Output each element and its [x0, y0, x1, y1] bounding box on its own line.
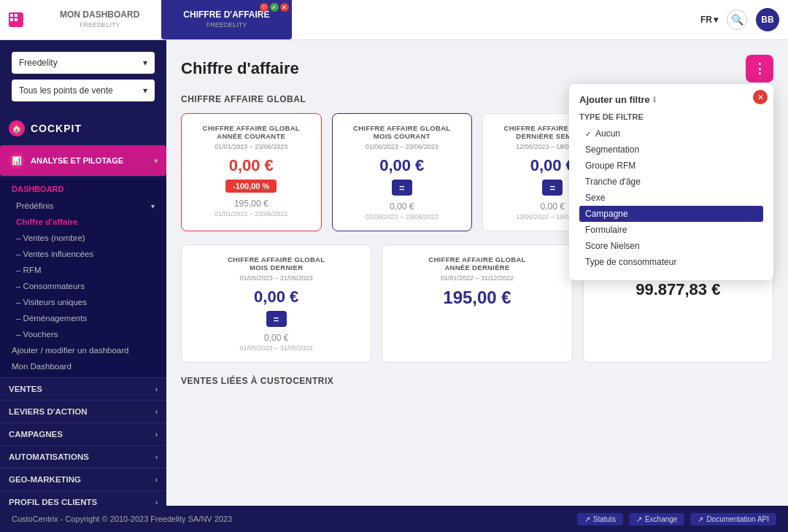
tab-icon-green: ✓ — [270, 3, 279, 12]
chevron-right-icon: › — [155, 453, 158, 461]
sidebar-ventes[interactable]: VENTES › — [0, 377, 166, 400]
mon-dash-label: Mon Dashboard — [12, 362, 72, 371]
sidebar-vouchers[interactable]: – Vouchers — [0, 326, 166, 342]
card1-label: CHIFFRE AFFAIRE GLOBALANNÉE COURANTE — [203, 124, 300, 140]
nav-campagnes-label: CAMPAGNES — [9, 430, 63, 439]
sidebar-automations[interactable]: AUTOMATISATIONS › — [0, 445, 166, 468]
card1-dates: 01/01/2023 – 23/06/2023 — [215, 143, 287, 150]
card-ca-annee-derniere: CHIFFRE AFFAIRE GLOBALANNÉE DERNIÈRE 01/… — [382, 244, 572, 363]
filter-option-segmentation[interactable]: Segmentation — [579, 142, 763, 158]
cockpit-label: cockPIT — [31, 123, 82, 134]
visiteurs-label: – Visiteurs uniques — [16, 298, 87, 307]
filter-option-groupe-rfm[interactable]: Groupe RFM — [579, 158, 763, 174]
filter-option-aucun[interactable]: ✓ Aucun — [579, 126, 763, 142]
sidebar-campagnes[interactable]: CAMPAGNES › — [0, 423, 166, 445]
sidebar-predefinis[interactable]: Prédéfinis ▾ — [0, 198, 166, 214]
ca-label: Chiffre d'affaire — [16, 217, 78, 226]
card3-prev-value: 0,00 € — [541, 201, 565, 212]
card5-dates: 01/05/2023 – 31/05/2023 — [240, 274, 313, 282]
svg-rect-2 — [15, 14, 18, 17]
sidebar-analyse[interactable]: 📊 ANALYSE ET PILOTAGE ▾ — [0, 145, 166, 176]
sidebar-geo[interactable]: GEO-MARKETING › — [0, 468, 166, 490]
chevron-down-icon: ▾ — [714, 15, 718, 25]
ventes-influencees-label: – Ventes influencées — [16, 250, 93, 258]
filter-overlay: ✕ Ajouter un filtre ℹ Type de filtre ✓ A… — [569, 84, 773, 280]
card7-value: 99.877,83 € — [636, 280, 720, 299]
card1-value: 0,00 € — [229, 156, 274, 175]
sidebar-consommateurs[interactable]: – Consommateurs — [0, 278, 166, 294]
card5-label: CHIFFRE AFFAIRE GLOBALMOIS DERNIER — [228, 255, 325, 271]
card1-prev-value: 195,00 € — [234, 198, 269, 209]
chevron-right-icon: › — [155, 498, 158, 506]
card6-label: CHIFFRE AFFAIRE GLOBALANNÉE DERNIÈRE — [428, 255, 525, 271]
tab-ca[interactable]: ♡ ✓ ✕ CHIFFRE D'AFFAIRE FREEDELITY — [161, 0, 291, 39]
sidebar-dropdown-points-vente[interactable]: Tous les points de vente ▾ — [12, 80, 155, 101]
sidebar-demenagements[interactable]: – Déménagements — [0, 310, 166, 326]
card2-prev-value: 0,00 € — [390, 201, 414, 212]
conso-label: – Consommateurs — [16, 282, 85, 290]
filter-close-button[interactable]: ✕ — [753, 90, 768, 104]
sidebar-profil[interactable]: PROFIL DES CLIENTS › — [0, 490, 166, 506]
sidebar-sub-dashboard: DASHBOARD Prédéfinis ▾ Chiffre d'affaire… — [0, 177, 166, 377]
card6-value: 195,00 € — [443, 288, 511, 308]
lang-button[interactable]: FR ▾ — [700, 15, 718, 25]
chevron-down-icon: ▾ — [143, 85, 147, 96]
chevron-down-icon: ▾ — [143, 58, 147, 68]
sidebar-leviers[interactable]: LEVIERS D'ACTION › — [0, 400, 166, 423]
lang-label: FR — [700, 15, 712, 25]
logo-icon[interactable] — [9, 12, 23, 27]
filter-title-text: Ajouter un filtre — [579, 94, 650, 105]
sidebar-dropdown-freedelity[interactable]: Freedelity ▾ — [12, 52, 155, 74]
doc-label: Documentation API — [706, 515, 769, 523]
card-ca-mois-courant: CHIFFRE AFFAIRE GLOBALMOIS COURANT 01/06… — [332, 113, 473, 231]
sidebar-rfm[interactable]: – RFM — [0, 262, 166, 278]
documentation-button[interactable]: ↗ Documentation API — [690, 513, 776, 525]
tab-icon-red: ♡ — [260, 3, 269, 12]
sidebar: Freedelity ▾ Tous les points de vente ▾ … — [0, 40, 166, 506]
page-title: Chiffre d'affaire — [181, 59, 299, 78]
card5-prev-dates: 01/05/2022 – 31/05/2022 — [240, 344, 313, 352]
exchange-icon: ↗ — [636, 515, 642, 523]
sidebar-visiteurs[interactable]: – Visiteurs uniques — [0, 294, 166, 310]
filter-option-type-consommateur[interactable]: Type de consommateur — [579, 254, 763, 270]
bottombar-buttons: ↗ Statuts ↗ Exchange ↗ Documentation API — [577, 513, 776, 525]
filter-options-list: ✓ Aucun Segmentation Groupe RFM Tranche … — [579, 126, 763, 270]
card2-label: CHIFFRE AFFAIRE GLOBALMOIS COURANT — [353, 124, 450, 140]
main-layout: Freedelity ▾ Tous les points de vente ▾ … — [0, 40, 788, 506]
card2-eq: = — [392, 180, 412, 196]
sidebar-ajouter-dashboard[interactable]: Ajouter / modifier un dashboard — [0, 342, 166, 358]
chevron-right-icon: › — [155, 431, 158, 439]
more-options-button[interactable]: ⋮ — [746, 55, 773, 82]
tab-dashboard-label: MON DASHBOARD — [60, 9, 139, 20]
svg-rect-3 — [10, 18, 13, 21]
nav-automations-label: AUTOMATISATIONS — [9, 452, 89, 461]
sidebar-ca[interactable]: Chiffre d'affaire — [0, 214, 166, 230]
sidebar-ventes-influencees[interactable]: – Ventes influencées — [0, 246, 166, 262]
filter-option-score-nielsen[interactable]: Score Nielsen — [579, 238, 763, 254]
analyse-label: ANALYSE ET PILOTAGE — [31, 156, 123, 165]
filter-option-tranche-age[interactable]: Tranche d'âge — [579, 174, 763, 190]
avatar[interactable]: BB — [756, 8, 779, 31]
sidebar-mon-dashboard[interactable]: Mon Dashboard — [0, 358, 166, 374]
search-button[interactable]: 🔍 — [727, 9, 747, 30]
dropdown-points-vente-label: Tous les points de vente — [19, 85, 113, 96]
doc-icon: ↗ — [698, 515, 703, 523]
analyse-icon: 📊 — [9, 153, 25, 169]
sidebar-cockpit[interactable]: 🏠 cockPIT — [0, 113, 166, 144]
check-icon: ✓ — [585, 130, 591, 138]
ajouter-label: Ajouter / modifier un dashboard — [12, 346, 128, 355]
filter-option-sexe[interactable]: Sexe — [579, 190, 763, 206]
nav-leviers-label: LEVIERS D'ACTION — [9, 407, 88, 416]
exchange-button[interactable]: ↗ Exchange — [629, 513, 684, 525]
exchange-label: Exchange — [645, 515, 677, 523]
card6-dates: 01/01/2022 – 31/12/2022 — [441, 274, 514, 282]
filter-option-formulaire[interactable]: Formulaire — [579, 222, 763, 238]
tab-close-icon[interactable]: ✕ — [280, 3, 289, 12]
filter-info-icon: ℹ — [653, 96, 656, 104]
filter-option-campagne[interactable]: Campagne — [579, 206, 763, 222]
sidebar-ventes-nombre[interactable]: – Ventes (nombre) — [0, 230, 166, 246]
tab-dashboard[interactable]: MON DASHBOARD FREEDELITY — [38, 0, 161, 39]
card2-dates: 01/06/2023 – 23/06/2023 — [366, 143, 439, 150]
nav-ventes-label: VENTES — [9, 385, 42, 393]
statuts-button[interactable]: ↗ Statuts — [577, 513, 623, 525]
